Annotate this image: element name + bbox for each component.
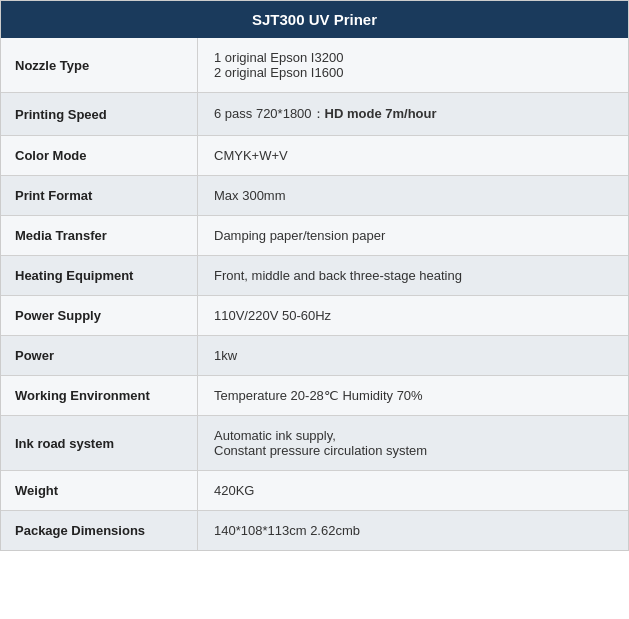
row-label-heating-equipment: Heating Equipment — [1, 256, 198, 295]
table-row: Nozzle Type 1 original Epson I3200 2 ori… — [1, 38, 628, 93]
table-row: Printing Speed 6 pass 720*1800：HD mode 7… — [1, 93, 628, 136]
table-row: Color Mode CMYK+W+V — [1, 136, 628, 176]
row-value-print-format: Max 300mm — [198, 176, 628, 215]
row-label-working-environment: Working Environment — [1, 376, 198, 415]
row-value-nozzle-type: 1 original Epson I3200 2 original Epson … — [198, 38, 628, 92]
row-label-color-mode: Color Mode — [1, 136, 198, 175]
row-value-package-dimensions: 140*108*113cm 2.62cmb — [198, 511, 628, 550]
row-value-color-mode: CMYK+W+V — [198, 136, 628, 175]
row-label-media-transfer: Media Transfer — [1, 216, 198, 255]
row-label-nozzle-type: Nozzle Type — [1, 38, 198, 92]
table-row: Ink road system Automatic ink supply, Co… — [1, 416, 628, 471]
row-value-heating-equipment: Front, middle and back three-stage heati… — [198, 256, 628, 295]
row-value-media-transfer: Damping paper/tension paper — [198, 216, 628, 255]
table-title: SJT300 UV Priner — [252, 11, 377, 28]
table-row: Print Format Max 300mm — [1, 176, 628, 216]
row-value-power-supply: 110V/220V 50-60Hz — [198, 296, 628, 335]
table-row: Working Environment Temperature 20-28℃ H… — [1, 376, 628, 416]
speed-bold: HD mode 7m/hour — [325, 106, 437, 121]
table-row: Package Dimensions 140*108*113cm 2.62cmb — [1, 511, 628, 550]
table-row: Weight 420KG — [1, 471, 628, 511]
row-label-power: Power — [1, 336, 198, 375]
table-header: SJT300 UV Priner — [1, 1, 628, 38]
table-row: Media Transfer Damping paper/tension pap… — [1, 216, 628, 256]
row-label-package-dimensions: Package Dimensions — [1, 511, 198, 550]
table-row: Power Supply 110V/220V 50-60Hz — [1, 296, 628, 336]
row-value-weight: 420KG — [198, 471, 628, 510]
speed-prefix: 6 pass 720*1800： — [214, 106, 325, 121]
row-label-printing-speed: Printing Speed — [1, 93, 198, 135]
row-value-ink-road-system: Automatic ink supply, Constant pressure … — [198, 416, 628, 470]
row-label-ink-road-system: Ink road system — [1, 416, 198, 470]
row-value-working-environment: Temperature 20-28℃ Humidity 70% — [198, 376, 628, 415]
row-label-print-format: Print Format — [1, 176, 198, 215]
spec-table: SJT300 UV Priner Nozzle Type 1 original … — [0, 0, 629, 551]
row-label-weight: Weight — [1, 471, 198, 510]
table-row: Heating Equipment Front, middle and back… — [1, 256, 628, 296]
table-row: Power 1kw — [1, 336, 628, 376]
row-label-power-supply: Power Supply — [1, 296, 198, 335]
row-value-printing-speed: 6 pass 720*1800：HD mode 7m/hour — [198, 93, 628, 135]
row-value-power: 1kw — [198, 336, 628, 375]
